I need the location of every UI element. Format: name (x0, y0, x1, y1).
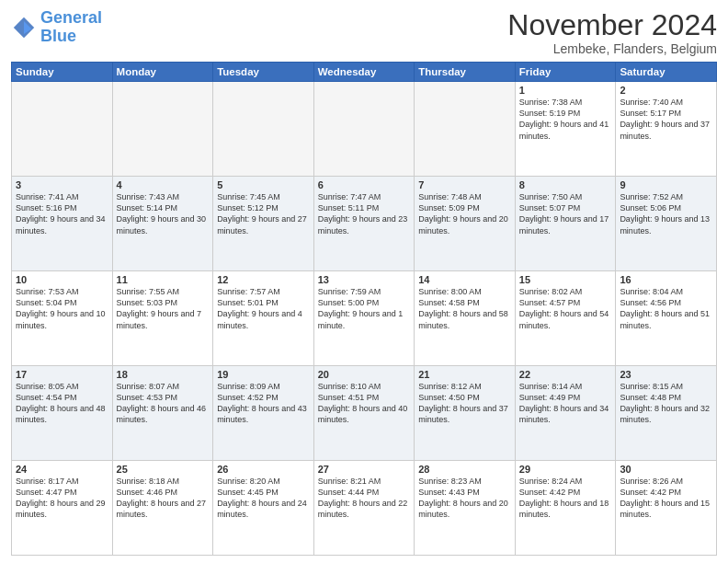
day-cell: 19Sunrise: 8:09 AM Sunset: 4:52 PM Dayli… (213, 366, 314, 461)
day-info: Sunrise: 8:15 AM Sunset: 4:48 PM Dayligh… (620, 381, 712, 426)
day-info: Sunrise: 8:20 AM Sunset: 4:45 PM Dayligh… (217, 476, 310, 521)
day-cell: 14Sunrise: 8:00 AM Sunset: 4:58 PM Dayli… (415, 271, 516, 366)
day-info: Sunrise: 8:10 AM Sunset: 4:51 PM Dayligh… (318, 381, 411, 426)
day-number: 21 (418, 369, 511, 380)
day-number: 2 (620, 85, 712, 96)
day-cell: 9Sunrise: 7:52 AM Sunset: 5:06 PM Daylig… (616, 177, 717, 271)
day-number: 18 (117, 369, 210, 380)
day-number: 19 (217, 369, 310, 380)
day-number: 7 (418, 179, 511, 190)
day-number: 17 (16, 369, 108, 380)
day-number: 1 (519, 85, 612, 96)
day-number: 23 (620, 369, 712, 380)
day-cell: 4Sunrise: 7:43 AM Sunset: 5:14 PM Daylig… (112, 177, 213, 271)
day-info: Sunrise: 7:48 AM Sunset: 5:09 PM Dayligh… (418, 191, 511, 236)
day-info: Sunrise: 7:53 AM Sunset: 5:04 PM Dayligh… (16, 286, 108, 331)
day-number: 29 (519, 464, 612, 475)
day-cell (112, 82, 213, 177)
day-cell (313, 82, 415, 177)
day-cell: 3Sunrise: 7:41 AM Sunset: 5:16 PM Daylig… (12, 177, 113, 271)
day-cell: 7Sunrise: 7:48 AM Sunset: 5:09 PM Daylig… (415, 177, 516, 271)
week-row-4: 17Sunrise: 8:05 AM Sunset: 4:54 PM Dayli… (12, 366, 717, 461)
logo: General Blue (11, 9, 102, 46)
day-cell: 20Sunrise: 8:10 AM Sunset: 4:51 PM Dayli… (313, 366, 415, 461)
day-cell: 29Sunrise: 8:24 AM Sunset: 4:42 PM Dayli… (515, 461, 616, 556)
day-cell: 5Sunrise: 7:45 AM Sunset: 5:12 PM Daylig… (213, 177, 314, 271)
day-info: Sunrise: 8:00 AM Sunset: 4:58 PM Dayligh… (418, 286, 511, 331)
day-info: Sunrise: 8:07 AM Sunset: 4:53 PM Dayligh… (117, 381, 210, 426)
day-info: Sunrise: 7:59 AM Sunset: 5:00 PM Dayligh… (318, 286, 411, 331)
header-cell-saturday: Saturday (616, 63, 717, 82)
day-info: Sunrise: 8:02 AM Sunset: 4:57 PM Dayligh… (519, 286, 612, 331)
day-number: 4 (117, 179, 210, 190)
day-number: 13 (318, 274, 411, 285)
day-cell: 18Sunrise: 8:07 AM Sunset: 4:53 PM Dayli… (112, 366, 213, 461)
day-cell (12, 82, 113, 177)
day-number: 9 (620, 179, 712, 190)
day-number: 20 (318, 369, 411, 380)
week-row-2: 3Sunrise: 7:41 AM Sunset: 5:16 PM Daylig… (12, 177, 717, 271)
day-number: 30 (620, 464, 712, 475)
day-cell: 21Sunrise: 8:12 AM Sunset: 4:50 PM Dayli… (415, 366, 516, 461)
day-info: Sunrise: 7:38 AM Sunset: 5:19 PM Dayligh… (519, 97, 612, 142)
day-number: 11 (117, 274, 210, 285)
logo-icon (11, 15, 37, 40)
day-info: Sunrise: 8:21 AM Sunset: 4:44 PM Dayligh… (318, 476, 411, 521)
title-block: November 2024 Lembeke, Flanders, Belgium (507, 9, 717, 56)
day-info: Sunrise: 7:41 AM Sunset: 5:16 PM Dayligh… (16, 191, 108, 236)
day-info: Sunrise: 7:43 AM Sunset: 5:14 PM Dayligh… (117, 191, 210, 236)
day-cell (415, 82, 516, 177)
calendar: SundayMondayTuesdayWednesdayThursdayFrid… (11, 62, 717, 556)
day-info: Sunrise: 8:23 AM Sunset: 4:43 PM Dayligh… (418, 476, 511, 521)
header-cell-wednesday: Wednesday (313, 63, 415, 82)
day-cell: 25Sunrise: 8:18 AM Sunset: 4:46 PM Dayli… (112, 461, 213, 556)
day-number: 14 (418, 274, 511, 285)
day-info: Sunrise: 8:04 AM Sunset: 4:56 PM Dayligh… (620, 286, 712, 331)
day-info: Sunrise: 8:26 AM Sunset: 4:42 PM Dayligh… (620, 476, 712, 521)
day-cell: 24Sunrise: 8:17 AM Sunset: 4:47 PM Dayli… (12, 461, 113, 556)
day-info: Sunrise: 8:24 AM Sunset: 4:42 PM Dayligh… (519, 476, 612, 521)
day-cell: 11Sunrise: 7:55 AM Sunset: 5:03 PM Dayli… (112, 271, 213, 366)
day-cell: 6Sunrise: 7:47 AM Sunset: 5:11 PM Daylig… (313, 177, 415, 271)
day-number: 15 (519, 274, 612, 285)
month-title: November 2024 (507, 9, 717, 41)
week-row-1: 1Sunrise: 7:38 AM Sunset: 5:19 PM Daylig… (12, 82, 717, 177)
day-info: Sunrise: 8:09 AM Sunset: 4:52 PM Dayligh… (217, 381, 310, 426)
day-info: Sunrise: 7:57 AM Sunset: 5:01 PM Dayligh… (217, 286, 310, 331)
day-cell: 30Sunrise: 8:26 AM Sunset: 4:42 PM Dayli… (616, 461, 717, 556)
header-cell-tuesday: Tuesday (213, 63, 314, 82)
day-cell: 1Sunrise: 7:38 AM Sunset: 5:19 PM Daylig… (515, 82, 616, 177)
day-info: Sunrise: 8:18 AM Sunset: 4:46 PM Dayligh… (117, 476, 210, 521)
day-info: Sunrise: 8:14 AM Sunset: 4:49 PM Dayligh… (519, 381, 612, 426)
day-cell: 26Sunrise: 8:20 AM Sunset: 4:45 PM Dayli… (213, 461, 314, 556)
day-number: 8 (519, 179, 612, 190)
day-info: Sunrise: 8:05 AM Sunset: 4:54 PM Dayligh… (16, 381, 108, 426)
day-number: 22 (519, 369, 612, 380)
day-info: Sunrise: 7:47 AM Sunset: 5:11 PM Dayligh… (318, 191, 411, 236)
day-cell: 16Sunrise: 8:04 AM Sunset: 4:56 PM Dayli… (616, 271, 717, 366)
day-info: Sunrise: 7:40 AM Sunset: 5:17 PM Dayligh… (620, 97, 712, 142)
day-number: 24 (16, 464, 108, 475)
header-cell-monday: Monday (112, 63, 213, 82)
header-row: SundayMondayTuesdayWednesdayThursdayFrid… (12, 63, 717, 82)
day-cell: 12Sunrise: 7:57 AM Sunset: 5:01 PM Dayli… (213, 271, 314, 366)
header-cell-sunday: Sunday (12, 63, 113, 82)
day-number: 12 (217, 274, 310, 285)
day-number: 26 (217, 464, 310, 475)
header: General Blue November 2024 Lembeke, Flan… (11, 9, 717, 56)
day-cell: 17Sunrise: 8:05 AM Sunset: 4:54 PM Dayli… (12, 366, 113, 461)
day-cell: 8Sunrise: 7:50 AM Sunset: 5:07 PM Daylig… (515, 177, 616, 271)
day-cell (213, 82, 314, 177)
location: Lembeke, Flanders, Belgium (507, 41, 717, 56)
day-info: Sunrise: 7:50 AM Sunset: 5:07 PM Dayligh… (519, 191, 612, 236)
day-cell: 2Sunrise: 7:40 AM Sunset: 5:17 PM Daylig… (616, 82, 717, 177)
day-number: 25 (117, 464, 210, 475)
page: General Blue November 2024 Lembeke, Flan… (0, 0, 728, 563)
logo-line1: General (40, 8, 102, 27)
logo-line2: Blue (40, 27, 76, 45)
day-cell: 15Sunrise: 8:02 AM Sunset: 4:57 PM Dayli… (515, 271, 616, 366)
day-cell: 28Sunrise: 8:23 AM Sunset: 4:43 PM Dayli… (415, 461, 516, 556)
day-number: 5 (217, 179, 310, 190)
day-info: Sunrise: 7:52 AM Sunset: 5:06 PM Dayligh… (620, 191, 712, 236)
day-info: Sunrise: 7:45 AM Sunset: 5:12 PM Dayligh… (217, 191, 310, 236)
